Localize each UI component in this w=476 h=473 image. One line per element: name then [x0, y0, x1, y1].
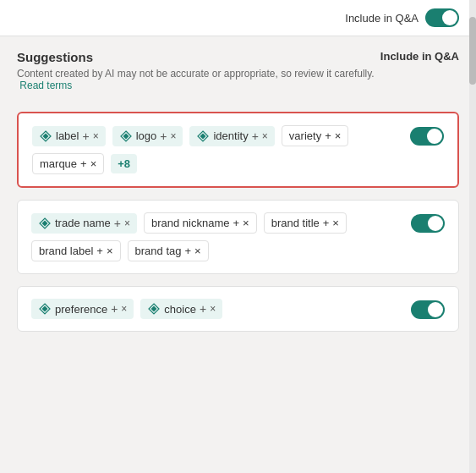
tag-logo-plus[interactable]: +: [160, 130, 167, 142]
card-3: preference + × choice + ×: [17, 286, 459, 332]
tag-trade-name-plus[interactable]: +: [114, 217, 121, 229]
tag-label-text: label: [56, 129, 79, 142]
top-toggle[interactable]: [425, 8, 459, 27]
ai-icon-choice: [147, 302, 161, 316]
tag-label-plus[interactable]: +: [82, 130, 89, 142]
tag-trade-name: trade name + ×: [31, 213, 137, 234]
card-2-content: trade name + × brand nickname + × brand …: [31, 212, 401, 261]
tag-trade-name-text: trade name: [55, 217, 111, 229]
header-row: Suggestions Content created by AI may no…: [17, 50, 459, 102]
ai-icon-preference: [38, 302, 52, 316]
tag-logo-close[interactable]: ×: [170, 131, 176, 141]
tag-label-close[interactable]: ×: [93, 131, 99, 141]
tag-brand-label: brand label + ×: [31, 240, 121, 261]
tag-preference-plus[interactable]: +: [111, 303, 118, 315]
tag-identity-text: identity: [213, 129, 248, 142]
ai-icon-trade-name: [38, 217, 52, 230]
scrollbar[interactable]: [469, 0, 476, 473]
card-3-content: preference + × choice + ×: [31, 299, 401, 319]
tag-brand-title-text: brand title: [271, 217, 320, 229]
tag-brand-label-close[interactable]: ×: [107, 245, 113, 257]
tag-brand-title-close[interactable]: ×: [332, 217, 339, 229]
tag-marque-close[interactable]: ×: [90, 157, 97, 170]
tag-label: label + ×: [32, 126, 106, 146]
more-badge-1[interactable]: +8: [111, 154, 137, 173]
header-left: Suggestions Content created by AI may no…: [17, 50, 380, 102]
tag-brand-title-plus[interactable]: +: [323, 217, 330, 229]
tag-brand-label-plus[interactable]: +: [96, 245, 103, 257]
content-area: Suggestions Content created by AI may no…: [0, 36, 476, 357]
ai-icon: [39, 129, 52, 143]
tag-brand-tag-text: brand tag: [135, 245, 182, 257]
tag-preference-close[interactable]: ×: [121, 304, 127, 314]
suggestions-subtitle: Content created by AI may not be accurat…: [17, 68, 380, 91]
tag-identity-plus[interactable]: +: [252, 130, 259, 142]
tag-brand-nickname-close[interactable]: ×: [243, 217, 249, 229]
tag-variety: variety + ×: [282, 125, 348, 146]
card-1-toggle[interactable]: [410, 127, 444, 146]
tag-brand-nickname: brand nickname + ×: [144, 212, 257, 234]
tag-choice-plus[interactable]: +: [200, 303, 206, 315]
card-2: trade name + × brand nickname + × brand …: [17, 200, 459, 274]
tag-choice-text: choice: [164, 303, 196, 316]
card-1: label + × logo + ×: [17, 112, 459, 188]
card-1-toggle-wrapper: [410, 125, 444, 146]
read-terms-link[interactable]: Read terms: [19, 80, 72, 91]
include-qna-header: Include in Q&A: [380, 50, 459, 63]
tag-variety-text: variety: [289, 129, 321, 142]
scrollbar-thumb[interactable]: [469, 17, 476, 85]
tag-trade-name-close[interactable]: ×: [124, 218, 130, 228]
tag-variety-plus[interactable]: +: [325, 129, 331, 142]
tag-variety-close[interactable]: ×: [335, 129, 342, 142]
top-bar: Include in Q&A: [0, 0, 476, 36]
tag-choice: choice + ×: [140, 299, 222, 319]
tag-logo-text: logo: [136, 129, 157, 142]
tag-marque: marque + ×: [32, 153, 104, 174]
tag-brand-label-text: brand label: [39, 245, 93, 257]
card-3-toggle-wrapper: [411, 299, 445, 319]
tag-marque-text: marque: [40, 157, 77, 170]
top-toggle-label: Include in Q&A: [345, 12, 419, 25]
card-2-toggle-wrapper: [411, 212, 445, 233]
tag-identity: identity + ×: [189, 126, 274, 146]
tag-brand-title: brand title + ×: [264, 212, 347, 234]
tag-logo: logo + ×: [112, 126, 183, 146]
ai-icon-identity: [196, 129, 210, 143]
tag-marque-plus[interactable]: +: [80, 157, 87, 170]
tag-identity-close[interactable]: ×: [262, 131, 268, 141]
card-2-toggle[interactable]: [411, 214, 445, 233]
ai-icon-logo: [119, 129, 133, 143]
tag-preference-text: preference: [55, 303, 107, 316]
tag-brand-tag-plus[interactable]: +: [184, 245, 191, 257]
card-3-toggle[interactable]: [411, 300, 445, 319]
subtitle-text: Content created by AI may not be accurat…: [17, 68, 375, 80]
tag-brand-tag: brand tag + ×: [128, 240, 209, 261]
tag-preference: preference + ×: [31, 299, 134, 319]
tag-brand-tag-close[interactable]: ×: [194, 245, 201, 257]
tag-brand-nickname-plus[interactable]: +: [233, 217, 239, 229]
suggestions-title: Suggestions: [17, 50, 380, 64]
tag-choice-close[interactable]: ×: [210, 304, 216, 314]
card-1-content: label + × logo + ×: [32, 125, 400, 174]
tag-brand-nickname-text: brand nickname: [151, 217, 230, 229]
